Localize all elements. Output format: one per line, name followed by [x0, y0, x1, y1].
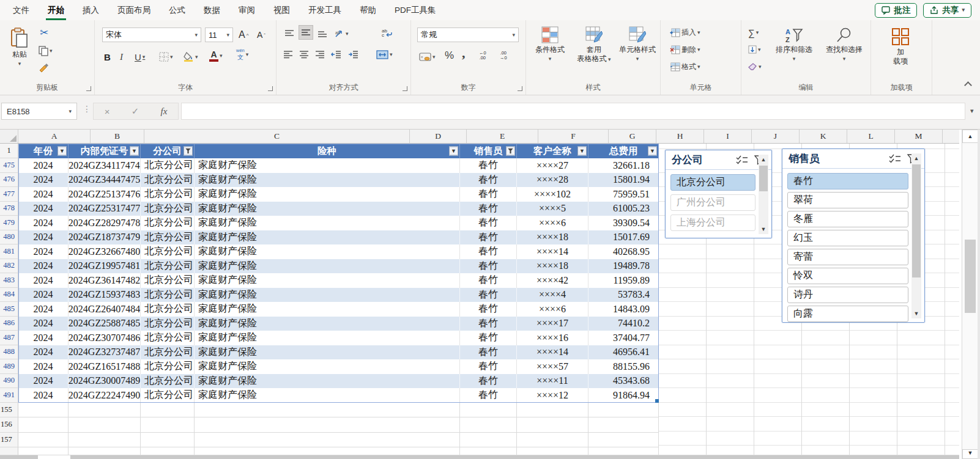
- slicer-scrollbar[interactable]: ▲ ▼: [759, 155, 768, 234]
- paste-button[interactable]: 粘贴 ▾: [5, 23, 34, 67]
- cell-voucher[interactable]: 2024GZ30707486: [69, 331, 141, 345]
- cell-branch[interactable]: 北京分公司: [141, 288, 195, 303]
- column-header[interactable]: L: [847, 130, 895, 143]
- cell-product[interactable]: 家庭财产保险: [195, 216, 460, 230]
- empty-cell[interactable]: [588, 417, 659, 433]
- align-left-button[interactable]: [281, 47, 295, 62]
- bold-button[interactable]: B: [102, 50, 113, 64]
- ribbon-tab[interactable]: 帮助: [351, 0, 385, 20]
- filter-button[interactable]: ▼: [577, 147, 587, 156]
- cell-customer[interactable]: ××××57: [517, 359, 588, 374]
- cell-voucher[interactable]: 2024GZ22247490: [69, 388, 141, 403]
- number-dialog-launcher[interactable]: [518, 86, 522, 91]
- cell-seller[interactable]: 春竹: [460, 374, 517, 389]
- cell-voucher[interactable]: 2024GZ25137476: [69, 187, 141, 202]
- cell-branch[interactable]: 北京分公司: [141, 244, 195, 259]
- cell-customer[interactable]: ××××27: [517, 158, 588, 173]
- row-number[interactable]: 481: [0, 244, 18, 259]
- slicer-scroll-thumb[interactable]: [759, 166, 768, 191]
- cell-product[interactable]: 家庭财产保险: [195, 317, 460, 331]
- slicer-item[interactable]: 寄蕾: [787, 249, 908, 265]
- vertical-scrollbar[interactable]: ▲ ▼: [962, 130, 978, 459]
- cell-seller[interactable]: 春竹: [460, 288, 517, 303]
- cancel-button[interactable]: ×: [105, 106, 110, 117]
- column-header[interactable]: H: [656, 130, 704, 143]
- cell-year[interactable]: 2024: [18, 158, 69, 173]
- cell-fee[interactable]: 37404.77: [588, 331, 659, 345]
- header-customer[interactable]: 客户全称 ▼: [517, 144, 588, 158]
- empty-cell[interactable]: [69, 417, 141, 433]
- row-number[interactable]: 480: [0, 230, 18, 245]
- cell-voucher[interactable]: 2024GZ36147482: [69, 273, 141, 288]
- cell-voucher[interactable]: 2024GZ25317477: [69, 202, 141, 216]
- column-header[interactable]: M: [895, 130, 943, 143]
- cell-year[interactable]: 2024: [18, 345, 69, 360]
- slicer-item[interactable]: 诗丹: [787, 287, 908, 303]
- cell-voucher[interactable]: 2024GZ32737487: [69, 345, 141, 360]
- increase-indent-button[interactable]: [346, 47, 360, 62]
- header-fee[interactable]: 总费用 ▼: [588, 144, 659, 158]
- decrease-decimal-button[interactable]: .00→0: [498, 48, 509, 63]
- slicer-item[interactable]: 上海分公司: [670, 215, 755, 231]
- slicer-item[interactable]: 春竹: [787, 173, 908, 189]
- multi-select-icon[interactable]: [889, 154, 901, 163]
- cell-customer[interactable]: ××××102: [517, 187, 588, 202]
- paste-chevron-icon[interactable]: ▾: [18, 61, 21, 67]
- empty-cell[interactable]: [517, 433, 588, 448]
- cell-fee[interactable]: 53783.4: [588, 288, 659, 303]
- slicer-scrollbar[interactable]: ▲ ▼: [911, 153, 921, 318]
- formula-input[interactable]: [181, 103, 965, 120]
- column-header[interactable]: B: [91, 130, 144, 143]
- insert-cells-button[interactable]: 插入 ▾: [668, 25, 702, 40]
- align-top-button[interactable]: [283, 26, 296, 41]
- cell-year[interactable]: 2024: [18, 273, 69, 288]
- header-seller[interactable]: 销售员 ▼: [460, 144, 517, 158]
- cell-fee[interactable]: 15801.94: [588, 173, 659, 188]
- slicer-item[interactable]: 幻玉: [787, 230, 908, 246]
- filter-button[interactable]: ▼: [130, 147, 139, 156]
- cell-branch[interactable]: 北京分公司: [141, 158, 195, 173]
- cell-fee[interactable]: 74410.2: [588, 317, 659, 331]
- font-name-combo[interactable]: 宋体 ▾: [102, 28, 201, 42]
- wrap-text-button[interactable]: abc: [379, 25, 394, 40]
- cut-button[interactable]: ✂: [38, 25, 50, 40]
- cell-fee[interactable]: 46956.41: [588, 345, 659, 360]
- empty-cell[interactable]: [195, 433, 460, 448]
- share-chevron-icon[interactable]: ▾: [962, 7, 965, 13]
- cell-product[interactable]: 家庭财产保险: [195, 331, 460, 345]
- collapse-ribbon-icon[interactable]: [964, 81, 972, 89]
- cell-year[interactable]: 2024: [18, 374, 69, 389]
- cell-product[interactable]: 家庭财产保险: [195, 374, 460, 389]
- header-voucher[interactable]: 内部凭证号 ▼: [69, 144, 141, 158]
- row-number[interactable]: 489: [0, 359, 18, 374]
- cell-year[interactable]: 2024: [18, 173, 69, 188]
- cell-seller[interactable]: 春竹: [460, 158, 517, 173]
- cell-year[interactable]: 2024: [18, 202, 69, 216]
- ribbon-tab[interactable]: 审阅: [229, 0, 264, 20]
- empty-cell[interactable]: [588, 403, 659, 418]
- empty-cell[interactable]: [141, 403, 195, 418]
- cell-customer[interactable]: ××××42: [517, 273, 588, 288]
- delete-cells-button[interactable]: 删除 ▾: [668, 42, 702, 57]
- ribbon-tab[interactable]: 开始: [39, 0, 73, 20]
- cell-branch[interactable]: 北京分公司: [141, 216, 195, 230]
- phonetic-guide-button[interactable]: wén 文 ▾: [234, 47, 250, 62]
- cell-seller[interactable]: 春竹: [460, 173, 517, 188]
- cell-voucher[interactable]: 2024GZ28297478: [69, 216, 141, 230]
- cell-year[interactable]: 2024: [18, 244, 69, 259]
- cell-year[interactable]: 2024: [18, 331, 69, 345]
- row-number[interactable]: 491: [0, 388, 18, 403]
- copy-chevron-icon[interactable]: ▾: [50, 48, 53, 54]
- fill-button[interactable]: ▾: [746, 42, 763, 57]
- merge-center-button[interactable]: ▾: [374, 47, 395, 62]
- increase-decimal-button[interactable]: ←0.00: [477, 48, 488, 63]
- cell-branch[interactable]: 北京分公司: [141, 173, 195, 188]
- cell-year[interactable]: 2024: [18, 317, 69, 331]
- row-number[interactable]: 488: [0, 345, 18, 360]
- cell-fee[interactable]: 45343.68: [588, 374, 659, 389]
- cell-seller[interactable]: 春竹: [460, 187, 517, 202]
- italic-button[interactable]: I: [118, 50, 125, 64]
- format-cells-button[interactable]: 格式 ▾: [668, 59, 702, 74]
- enter-button[interactable]: ✓: [132, 106, 139, 117]
- cell-fee[interactable]: 19489.78: [588, 259, 659, 274]
